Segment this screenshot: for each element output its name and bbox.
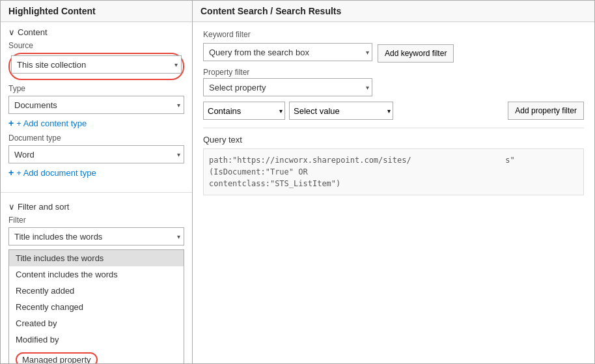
value-select-wrapper: Select value ▾ — [289, 102, 393, 120]
section-divider — [1, 192, 192, 193]
property-filter-label: Property filter — [203, 68, 372, 77]
add-property-filter-button[interactable]: Add property filter — [508, 102, 584, 120]
type-label: Type — [8, 84, 184, 93]
property-filter-group: Property filter Select property ▾ — [203, 68, 372, 96]
document-type-select-wrapper: Word Excel PowerPoint PDF ▾ — [8, 145, 184, 163]
right-content: Keyword filter Query from the search box… — [193, 22, 594, 203]
filter-option-recently-added[interactable]: Recently added — [9, 283, 184, 299]
property-filter-row: Property filter Select property ▾ — [203, 68, 584, 96]
contains-select[interactable]: Contains Does not contain Equals — [203, 102, 285, 120]
contains-value-row: Contains Does not contain Equals ▾ Selec… — [203, 102, 584, 120]
filter-sort-section-title: ∨ Filter and sort — [8, 202, 184, 212]
filter-row: Keyword filter Query from the search box… — [203, 30, 584, 63]
keyword-filter-label: Keyword filter — [203, 30, 372, 39]
add-keyword-filter-button[interactable]: Add keyword filter — [378, 44, 454, 63]
type-select-wrapper: Documents Pages All items ▾ — [8, 96, 184, 114]
contains-select-wrapper: Contains Does not contain Equals ▾ — [203, 102, 285, 120]
content-section-title: ∨ Content — [8, 27, 184, 37]
query-text-section: Query text path:"https://incworx.sharepo… — [203, 128, 584, 195]
left-panel: Highlighted Content ∨ Content Source Thi… — [1, 1, 193, 363]
filter-select-wrapper: Title includes the words Content include… — [8, 227, 184, 245]
source-select-wrapper: This site collection This site Document … — [11, 55, 182, 74]
query-text-label: Query text — [203, 135, 584, 145]
keyword-filter-group: Keyword filter Query from the search box… — [203, 30, 372, 61]
filter-option-managed-property[interactable]: Managed property — [9, 348, 184, 363]
plus-icon-2: + — [8, 167, 14, 178]
filter-option-modified-by[interactable]: Modified by — [9, 331, 184, 348]
filter-option-content[interactable]: Content includes the words — [9, 266, 184, 283]
filter-option-recently-changed[interactable]: Recently changed — [9, 299, 184, 315]
source-select[interactable]: This site collection This site Document … — [11, 55, 182, 74]
content-section: ∨ Content Source This site collection Th… — [1, 22, 192, 188]
document-type-label: Document type — [8, 133, 184, 143]
type-select[interactable]: Documents Pages All items — [8, 96, 184, 114]
source-circled: This site collection This site Document … — [8, 53, 184, 80]
keyword-filter-select-wrapper: Query from the search box All items Cust… — [203, 43, 372, 61]
chevron-down-icon: ∨ — [8, 27, 15, 37]
property-filter-select[interactable]: Select property — [203, 78, 372, 96]
query-text-box: path:"https://incworx.sharepoint.com/sit… — [203, 148, 584, 195]
left-panel-title: Highlighted Content — [1, 1, 192, 22]
filter-option-created-by[interactable]: Created by — [9, 315, 184, 331]
filter-dropdown-list: Title includes the words Content include… — [8, 249, 184, 363]
document-type-select[interactable]: Word Excel PowerPoint PDF — [8, 145, 184, 163]
filter-option-title[interactable]: Title includes the words — [9, 250, 184, 266]
value-select[interactable]: Select value — [289, 102, 393, 120]
keyword-filter-select[interactable]: Query from the search box All items Cust… — [203, 43, 372, 61]
source-label: Source — [8, 41, 184, 50]
filter-sort-section: ∨ Filter and sort Filter Title includes … — [1, 197, 192, 363]
right-panel-title: Content Search / Search Results — [193, 1, 594, 22]
filter-select[interactable]: Title includes the words Content include… — [8, 227, 184, 245]
filter-label: Filter — [8, 216, 184, 225]
property-select-wrapper: Select property ▾ — [203, 78, 372, 96]
chevron-down-icon-2: ∨ — [8, 202, 15, 212]
add-content-type-link[interactable]: + + Add content type — [8, 118, 184, 128]
plus-icon: + — [8, 118, 14, 128]
right-panel: Content Search / Search Results Keyword … — [193, 1, 594, 363]
add-document-type-link[interactable]: + + Add document type — [8, 167, 184, 178]
managed-property-circled: Managed property — [16, 352, 98, 363]
